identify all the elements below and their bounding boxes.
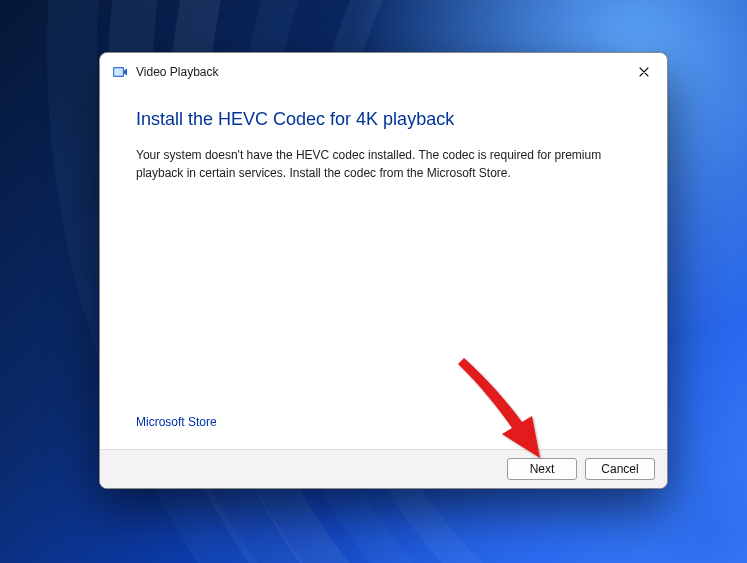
dialog-heading: Install the HEVC Codec for 4K playback	[136, 109, 631, 130]
title-bar: Video Playback	[100, 53, 667, 87]
dialog-body-text: Your system doesn't have the HEVC codec …	[136, 146, 631, 182]
desktop-background: Video Playback Install the HEVC Codec fo…	[0, 0, 747, 563]
svg-rect-1	[114, 68, 123, 76]
video-playback-icon	[112, 64, 128, 80]
cancel-button[interactable]: Cancel	[585, 458, 655, 480]
dialog-window: Video Playback Install the HEVC Codec fo…	[99, 52, 668, 489]
dialog-content: Install the HEVC Codec for 4K playback Y…	[100, 87, 667, 449]
close-button[interactable]	[627, 60, 661, 84]
next-button[interactable]: Next	[507, 458, 577, 480]
dialog-footer: Next Cancel	[100, 449, 667, 488]
microsoft-store-link[interactable]: Microsoft Store	[136, 415, 631, 429]
window-title: Video Playback	[136, 65, 627, 79]
